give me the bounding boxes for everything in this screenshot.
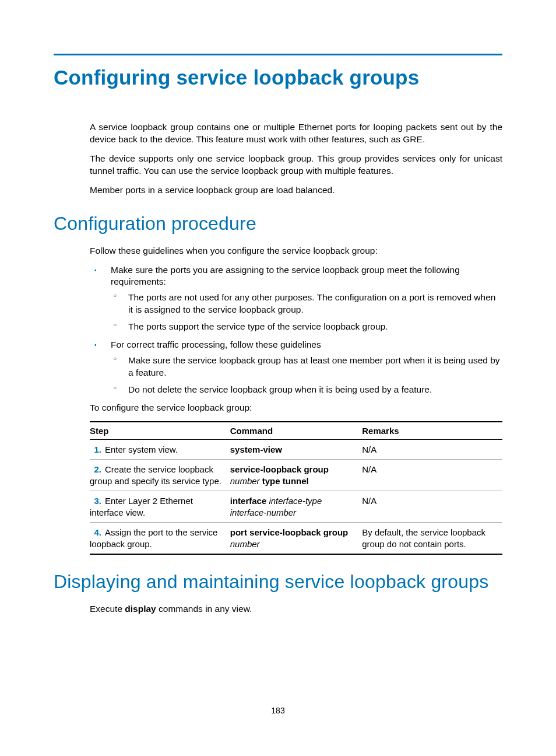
- text: commands in any view.: [156, 604, 252, 614]
- table-row: 1.Enter system view. system-view N/A: [90, 439, 502, 460]
- cmd-bold: system-view: [230, 444, 282, 454]
- cell-command: service-loopback group number type tunne…: [230, 460, 363, 491]
- cell-remarks: N/A: [362, 460, 502, 491]
- procedure-table: Step Command Remarks 1.Enter system view…: [90, 421, 502, 555]
- step-text: Enter Layer 2 Ethernet interface view.: [90, 496, 193, 517]
- page: Configuring service loopback groups A se…: [0, 0, 556, 756]
- cmd-bold: interface: [230, 496, 267, 506]
- cmd-italic: number: [230, 539, 260, 549]
- guideline-subitem: Do not delete the service loopback group…: [111, 384, 502, 396]
- guideline-subitem: The ports support the service type of th…: [111, 321, 502, 333]
- cell-step: 2.Create the service loopback group and …: [90, 460, 230, 491]
- th-remarks: Remarks: [362, 422, 502, 440]
- guideline-text: Make sure the ports you are assigning to…: [111, 265, 460, 287]
- th-command: Command: [230, 422, 363, 440]
- cell-remarks: By default, the service loopback group d…: [362, 523, 502, 555]
- step-text: Assign the port to the service loopback …: [90, 527, 217, 549]
- top-rule: [54, 54, 502, 55]
- display-p: Execute display commands in any view.: [90, 603, 502, 615]
- step-text: Enter system view.: [105, 444, 178, 454]
- step-text: Create the service loopback group and sp…: [90, 464, 221, 486]
- cell-step: 4.Assign the port to the service loopbac…: [90, 523, 230, 555]
- display-block: Execute display commands in any view.: [90, 603, 502, 615]
- intro-p1: A service loopback group contains one or…: [90, 121, 502, 146]
- cmd-bold: port service-loopback group: [230, 527, 349, 537]
- table-header-row: Step Command Remarks: [90, 422, 502, 440]
- guideline-sublist: Make sure the service loopback group has…: [111, 355, 502, 396]
- guideline-item: Make sure the ports you are assigning to…: [90, 264, 502, 334]
- table-row: 3.Enter Layer 2 Ethernet interface view.…: [90, 491, 502, 523]
- procedure-block: Follow these guidelines when you configu…: [90, 245, 502, 555]
- intro-p2: The device supports only one service loo…: [90, 153, 502, 177]
- proc-lead: Follow these guidelines when you configu…: [90, 245, 502, 257]
- page-title: Configuring service loopback groups: [54, 66, 502, 89]
- section-config-procedure: Configuration procedure: [54, 213, 502, 235]
- cmd-italic: number: [230, 476, 262, 486]
- guideline-sublist: The ports are not used for any other pur…: [111, 292, 502, 333]
- text-bold: display: [125, 604, 156, 614]
- guideline-item: For correct traffic processing, follow t…: [90, 339, 502, 396]
- page-number: 183: [0, 706, 556, 715]
- guideline-subitem: The ports are not used for any other pur…: [111, 292, 502, 316]
- cell-remarks: N/A: [362, 439, 502, 460]
- guideline-list: Make sure the ports you are assigning to…: [90, 264, 502, 396]
- cell-command: system-view: [230, 439, 363, 460]
- th-step: Step: [90, 422, 230, 440]
- cell-command: interface interface-type interface-numbe…: [230, 491, 363, 523]
- step-number: 4.: [90, 527, 105, 538]
- cell-command: port service-loopback group number: [230, 523, 363, 555]
- table-row: 4.Assign the port to the service loopbac…: [90, 523, 502, 555]
- table-lead: To configure the service loopback group:: [90, 402, 502, 414]
- intro-block: A service loopback group contains one or…: [90, 121, 502, 197]
- step-number: 3.: [90, 495, 105, 507]
- table-row: 2.Create the service loopback group and …: [90, 460, 502, 491]
- cell-step: 1.Enter system view.: [90, 439, 230, 460]
- step-number: 1.: [90, 444, 105, 456]
- cell-step: 3.Enter Layer 2 Ethernet interface view.: [90, 491, 230, 523]
- cell-remarks: N/A: [362, 491, 502, 523]
- cmd-bold: type tunnel: [262, 476, 309, 486]
- cmd-bold: service-loopback group: [230, 464, 329, 474]
- guideline-subitem: Make sure the service loopback group has…: [111, 355, 502, 379]
- intro-p3: Member ports in a service loopback group…: [90, 184, 502, 197]
- step-number: 2.: [90, 464, 105, 475]
- text: Execute: [90, 604, 125, 614]
- section-displaying: Displaying and maintaining service loopb…: [54, 571, 502, 593]
- guideline-text: For correct traffic processing, follow t…: [111, 340, 321, 349]
